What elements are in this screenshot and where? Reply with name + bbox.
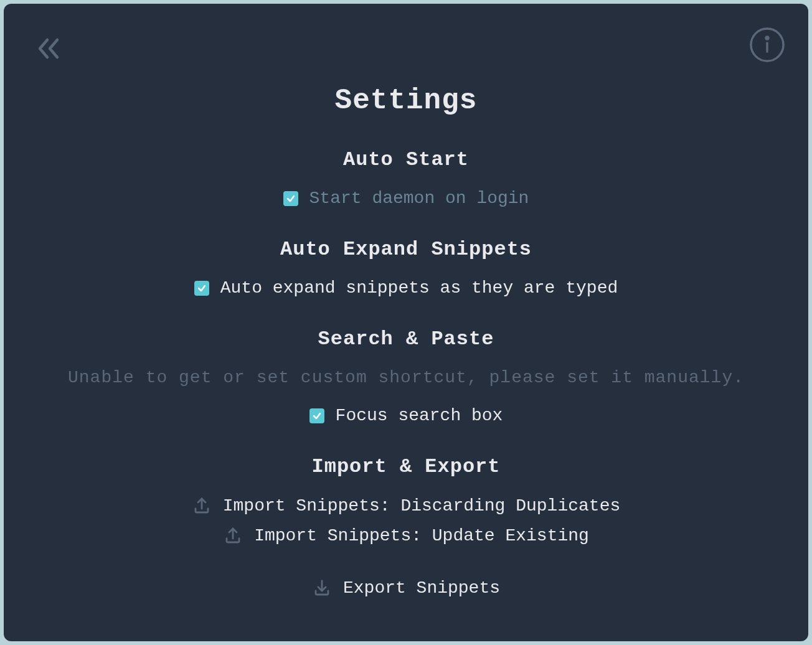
auto-start-label: Start daemon on login [309, 189, 529, 208]
import-export-heading: Import & Export [311, 455, 500, 478]
settings-panel: Settings Auto Start Start daemon on logi… [4, 4, 808, 641]
export-label: Export Snippets [343, 578, 500, 598]
import-discard-button[interactable]: Import Snippets: Discarding Duplicates [192, 496, 621, 516]
checkbox-icon [309, 408, 324, 423]
import-update-label: Import Snippets: Update Existing [254, 526, 589, 545]
checkbox-icon [283, 191, 298, 206]
section-search-paste: Search & Paste Unable to get or set cust… [29, 327, 783, 425]
download-icon [312, 578, 332, 598]
info-button[interactable] [748, 26, 786, 64]
auto-expand-checkbox-row[interactable]: Auto expand snippets as they are typed [194, 278, 618, 298]
chevron-left-double-icon [35, 35, 62, 62]
auto-expand-heading: Auto Expand Snippets [280, 238, 532, 261]
focus-search-checkbox-row[interactable]: Focus search box [309, 406, 503, 425]
export-button[interactable]: Export Snippets [312, 578, 500, 598]
svg-point-1 [766, 37, 768, 39]
focus-search-label: Focus search box [336, 406, 503, 425]
import-discard-label: Import Snippets: Discarding Duplicates [223, 496, 621, 516]
search-paste-heading: Search & Paste [318, 327, 494, 351]
section-auto-expand: Auto Expand Snippets Auto expand snippet… [29, 238, 783, 298]
settings-content: Settings Auto Start Start daemon on logi… [29, 29, 783, 638]
checkbox-icon [194, 281, 209, 296]
section-auto-start: Auto Start Start daemon on login [29, 148, 783, 208]
auto-start-checkbox-row[interactable]: Start daemon on login [283, 189, 529, 208]
auto-start-heading: Auto Start [343, 148, 469, 171]
section-import-export: Import & Export Import Snippets: Discard… [29, 455, 783, 608]
shortcut-warning-text: Unable to get or set custom shortcut, pl… [68, 368, 744, 387]
info-icon [749, 27, 785, 63]
back-button[interactable] [34, 34, 64, 64]
upload-icon [192, 496, 212, 516]
auto-expand-label: Auto expand snippets as they are typed [220, 278, 618, 298]
page-title: Settings [335, 85, 478, 117]
import-update-button[interactable]: Import Snippets: Update Existing [223, 525, 589, 545]
upload-icon [223, 525, 243, 545]
